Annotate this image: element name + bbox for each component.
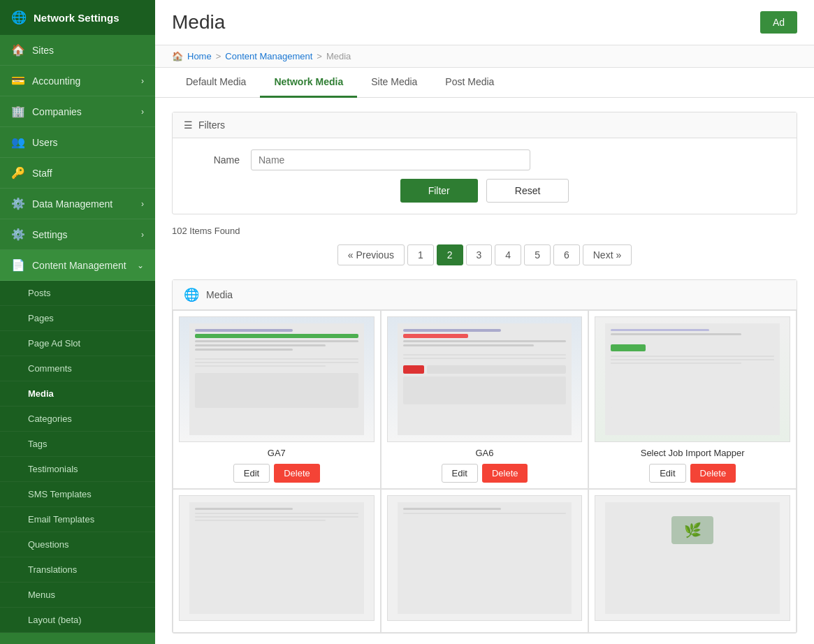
edit-button-ga6[interactable]: Edit <box>442 464 478 483</box>
media-item-placeholder-3: 🌿 <box>588 489 797 633</box>
sidebar-sub-item-comments[interactable]: Comments <box>0 356 155 381</box>
sidebar-sub-item-email-templates[interactable]: Email Templates <box>0 507 155 532</box>
delete-button-ga7[interactable]: Delete <box>274 464 320 483</box>
sidebar-item-staff[interactable]: 🔑 Staff <box>0 158 155 189</box>
media-name-ga7: GA7 <box>268 448 286 458</box>
sidebar-item-users[interactable]: 👥 Users <box>0 127 155 158</box>
sub-item-label: Posts <box>28 288 51 298</box>
tab-post-media[interactable]: Post Media <box>431 68 508 98</box>
sidebar-item-accounting[interactable]: 💳 Accounting › <box>0 66 155 96</box>
sidebar-sub-item-posts[interactable]: Posts <box>0 281 155 306</box>
pagination-page-6[interactable]: 6 <box>553 244 580 265</box>
media-section: 🌐 Media <box>172 279 797 634</box>
sites-icon: 🏠 <box>11 43 25 57</box>
tab-site-media[interactable]: Site Media <box>357 68 431 98</box>
chevron-down-icon: ⌄ <box>137 261 144 270</box>
breadcrumb-section-link[interactable]: Content Management <box>225 51 312 61</box>
filter-name-input[interactable] <box>251 149 530 170</box>
add-button[interactable]: Ad <box>760 11 797 34</box>
sidebar-sub-item-questions[interactable]: Questions <box>0 532 155 557</box>
breadcrumb-current: Media <box>326 51 351 61</box>
sub-item-label: Tags <box>28 439 47 449</box>
sidebar-item-label: Settings <box>32 229 68 240</box>
media-actions-ga7: Edit Delete <box>233 464 320 483</box>
sidebar-item-label: Sites <box>32 45 54 56</box>
sidebar-sub-item-sms-templates[interactable]: SMS Templates <box>0 482 155 507</box>
media-thumb-placeholder-1 <box>179 495 375 621</box>
sidebar-item-companies[interactable]: 🏢 Companies › <box>0 96 155 127</box>
thumb-inner <box>605 323 780 435</box>
media-thumb-placeholder-3: 🌿 <box>595 495 790 621</box>
accounting-icon: 💳 <box>11 74 25 87</box>
pagination-page-4[interactable]: 4 <box>495 244 521 265</box>
filter-actions: Filter Reset <box>184 179 785 203</box>
sub-item-label: Email Templates <box>28 514 94 525</box>
pagination-next[interactable]: Next » <box>583 244 632 265</box>
edit-button-sji[interactable]: Edit <box>649 464 685 483</box>
filters-body: Name Filter Reset <box>173 138 797 214</box>
delete-button-ga6[interactable]: Delete <box>482 464 528 483</box>
media-thumb-sji <box>595 316 790 442</box>
sidebar-sub-item-layout-beta[interactable]: Layout (beta) <box>0 608 155 633</box>
chevron-right-icon: › <box>141 199 144 209</box>
settings-icon: ⚙️ <box>11 228 25 241</box>
filter-icon: ☰ <box>184 119 193 131</box>
media-thumb-ga6 <box>387 316 583 442</box>
pagination-page-3[interactable]: 3 <box>466 244 493 265</box>
sub-item-label: Testimonials <box>28 464 78 474</box>
tab-network-media[interactable]: Network Media <box>260 68 357 98</box>
sidebar-sub-item-page-ad-slot[interactable]: Page Ad Slot <box>0 331 155 356</box>
media-name-ga6: GA6 <box>475 448 493 458</box>
filters-header[interactable]: ☰ Filters <box>173 112 797 138</box>
media-item-ga7: GA7 Edit Delete <box>173 310 381 489</box>
thumb-inner <box>189 323 364 435</box>
network-settings-label: Network Settings <box>34 12 119 24</box>
content-management-icon: 📄 <box>11 258 25 272</box>
pagination: « Previous 1 2 3 4 5 6 Next » <box>172 244 797 265</box>
chevron-right-icon: › <box>141 76 144 86</box>
sidebar-item-settings[interactable]: ⚙️ Settings › <box>0 219 155 250</box>
tab-default-media[interactable]: Default Media <box>172 68 260 98</box>
sub-item-label: Categories <box>28 414 72 424</box>
sidebar-sub-item-categories[interactable]: Categories <box>0 407 155 432</box>
media-thumb-placeholder-2 <box>387 495 583 621</box>
sidebar-item-label: Companies <box>32 106 82 117</box>
pagination-page-1[interactable]: 1 <box>407 244 434 265</box>
media-item-placeholder-1 <box>173 489 381 633</box>
sidebar-sub-item-tags[interactable]: Tags <box>0 432 155 457</box>
sidebar-network-settings[interactable]: 🌐 Network Settings <box>0 0 155 35</box>
pagination-page-2[interactable]: 2 <box>437 244 463 265</box>
sub-item-label: Comments <box>28 363 72 374</box>
delete-button-sji[interactable]: Delete <box>690 464 736 483</box>
sidebar-sub-item-pages[interactable]: Pages <box>0 306 155 331</box>
sidebar-item-data-management[interactable]: ⚙️ Data Management › <box>0 189 155 219</box>
pagination-page-5[interactable]: 5 <box>524 244 551 265</box>
media-item-ga6: GA6 Edit Delete <box>381 310 589 489</box>
sidebar-item-label: Accounting <box>32 75 80 87</box>
media-item-select-job-import-mapper: Select Job Import Mapper Edit Delete <box>588 310 797 489</box>
chevron-right-icon: › <box>141 230 144 240</box>
sidebar-item-content-management[interactable]: 📄 Content Management ⌄ <box>0 250 155 281</box>
network-icon: 🌐 <box>11 10 27 25</box>
filter-name-label: Name <box>184 154 240 166</box>
sidebar-sub-item-menus[interactable]: Menus <box>0 583 155 608</box>
sidebar-sub-item-testimonials[interactable]: Testimonials <box>0 457 155 482</box>
filter-button[interactable]: Filter <box>400 179 478 203</box>
breadcrumb-home-link[interactable]: Home <box>187 51 212 61</box>
globe-icon: 🌐 <box>184 287 199 302</box>
data-management-icon: ⚙️ <box>11 197 25 210</box>
content-area: ☰ Filters Name Filter Reset 102 Items Fo… <box>155 98 814 644</box>
edit-button-ga7[interactable]: Edit <box>233 464 270 483</box>
media-actions-ga6: Edit Delete <box>442 464 528 483</box>
sidebar-sub-item-translations[interactable]: Translations <box>0 557 155 583</box>
pagination-prev[interactable]: « Previous <box>337 244 405 265</box>
filters-title: Filters <box>198 119 225 131</box>
sidebar-sub-item-media[interactable]: Media <box>0 381 155 407</box>
media-section-header: 🌐 Media <box>173 280 797 310</box>
filters-box: ☰ Filters Name Filter Reset <box>172 112 797 214</box>
sidebar-item-label: Staff <box>32 168 52 179</box>
media-section-title: Media <box>206 289 233 300</box>
thumb-inner: 🌿 <box>605 502 780 614</box>
sidebar-item-sites[interactable]: 🏠 Sites <box>0 35 155 66</box>
reset-button[interactable]: Reset <box>486 179 569 203</box>
